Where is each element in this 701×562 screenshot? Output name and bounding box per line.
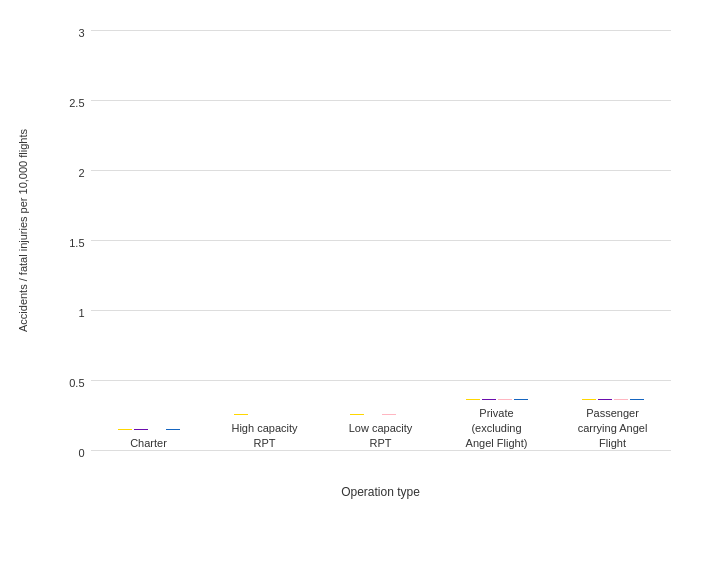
bars xyxy=(234,414,296,415)
bars-container: CharterHigh capacity RPTLow capacity RPT… xyxy=(91,31,671,451)
y-tick-label: 1 xyxy=(78,307,84,319)
bar xyxy=(514,399,528,400)
chart-container: Accidents / fatal injuries per 10,000 fl… xyxy=(11,11,691,551)
y-tick-label: 2 xyxy=(78,167,84,179)
bar-group: Low capacity RPT xyxy=(323,414,439,451)
bar xyxy=(582,399,596,400)
bars xyxy=(582,399,644,400)
x-axis-title: Operation type xyxy=(91,485,671,499)
bar xyxy=(234,414,248,415)
y-tick-label: 2.5 xyxy=(69,97,84,109)
bar-group: Passenger carrying Angel Flight xyxy=(555,399,671,451)
bar-group: Private (excluding Angel Flight) xyxy=(439,399,555,451)
bars xyxy=(466,399,528,400)
x-tick-label: High capacity RPT xyxy=(231,421,297,451)
bar xyxy=(118,429,132,430)
y-tick-label: 3 xyxy=(78,27,84,39)
bars xyxy=(118,429,180,430)
y-axis-label: Accidents / fatal injuries per 10,000 fl… xyxy=(17,129,29,332)
bar xyxy=(630,399,644,400)
bar xyxy=(482,399,496,400)
bar xyxy=(382,414,396,415)
x-tick-label: Low capacity RPT xyxy=(349,421,413,451)
bar xyxy=(614,399,628,400)
bars xyxy=(350,414,412,415)
bar xyxy=(350,414,364,415)
chart-area: 00.511.522.53CharterHigh capacity RPTLow… xyxy=(91,31,671,451)
bar xyxy=(466,399,480,400)
bar-group: Charter xyxy=(91,429,207,451)
y-tick-label: 0 xyxy=(78,447,84,459)
bar-group: High capacity RPT xyxy=(207,414,323,451)
bar xyxy=(134,429,148,430)
x-tick-label: Passenger carrying Angel Flight xyxy=(578,406,648,451)
x-tick-label: Private (excluding Angel Flight) xyxy=(466,406,528,451)
bar xyxy=(598,399,612,400)
bar xyxy=(498,399,512,400)
bar xyxy=(166,429,180,430)
y-tick-label: 0.5 xyxy=(69,377,84,389)
x-tick-label: Charter xyxy=(130,436,167,451)
y-tick-label: 1.5 xyxy=(69,237,84,249)
